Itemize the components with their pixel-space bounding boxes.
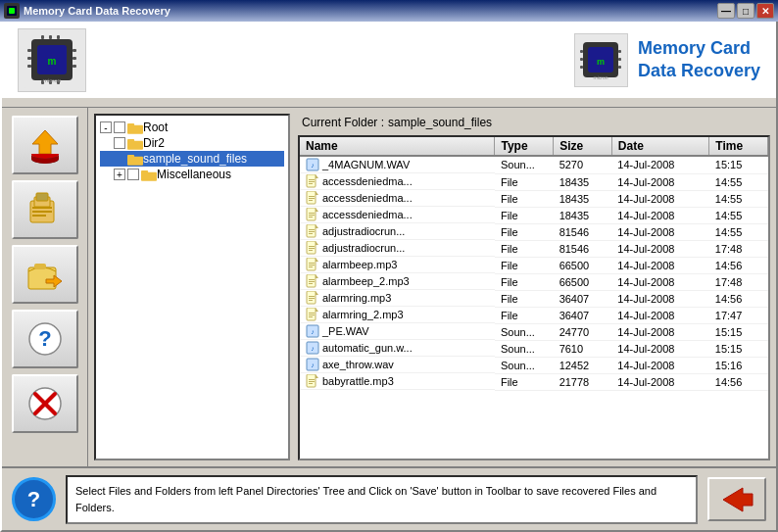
logo-left: m micron [18,28,86,92]
svg-rect-34 [36,193,48,201]
table-header-row: Name Type Size Date Time [300,137,768,156]
table-row[interactable]: babyrattle.mp3File2177814-Jul-200814:56 [300,373,768,390]
tree-item-sample-sound-files[interactable]: sample_sound_files [100,151,284,167]
cell-type: File [495,257,554,273]
table-row[interactable]: alarmring_2.mp3File3640714-Jul-200817:47 [300,307,768,323]
cell-type: File [495,207,554,223]
table-row[interactable]: alarmring.mp3File3640714-Jul-200814:56 [300,290,768,307]
help-button[interactable]: ? [12,310,78,368]
current-folder-label: Current Folder : [302,116,384,129]
col-name[interactable]: Name [300,137,495,156]
file-name: _PE.WAV [322,325,369,337]
tree-item-dir2[interactable]: Dir2 [100,135,284,151]
cell-date: 14-Jul-2008 [611,207,708,223]
table-row[interactable]: alarmbeep.mp3File6650014-Jul-200814:56 [300,257,768,273]
cell-size: 12452 [554,357,612,373]
table-row[interactable]: ♪ automatic_gun.w...Soun...761014-Jul-20… [300,340,768,357]
svg-rect-90 [309,283,313,284]
cell-name: ♪ _PE.WAV [300,323,495,340]
cell-date: 14-Jul-2008 [611,273,708,290]
cell-size: 18435 [554,190,612,207]
tree-item-misc[interactable]: + Miscellaneous [100,167,284,182]
svg-rect-51 [127,155,134,159]
main-content: ? - [2,108,776,466]
recover-button[interactable] [12,180,78,239]
svg-rect-37 [32,215,46,217]
cell-size: 18435 [554,207,612,223]
table-row[interactable]: ♪ _PE.WAVSoun...2477014-Jul-200815:15 [300,323,768,340]
cell-date: 14-Jul-2008 [611,357,708,373]
table-row[interactable]: ♪ axe_throw.wavSoun...1245214-Jul-200815… [300,357,768,373]
status-message: Select Files and Folders from left Panel… [75,483,688,515]
sound-icon: ♪ [306,158,319,171]
back-button[interactable] [707,477,766,521]
folder-button[interactable] [12,245,78,304]
sidebar: ? [2,108,88,466]
col-type[interactable]: Type [495,137,554,156]
cell-size: 66500 [554,257,612,273]
svg-rect-69 [309,215,315,216]
svg-text:?: ? [38,326,51,351]
cell-date: 14-Jul-2008 [611,257,708,273]
table-row[interactable]: accessdeniedma...File1843514-Jul-200814:… [300,173,768,190]
cell-type: File [495,273,554,290]
svg-rect-14 [57,35,60,39]
table-row[interactable]: ♪ _4MAGNUM.WAVSoun...527014-Jul-200815:1… [300,156,768,173]
file-icon [306,174,319,188]
file-name: accessdeniedma... [322,175,413,187]
svg-rect-73 [309,229,315,230]
file-icon [306,291,319,305]
title-bar: Memory Card Data Recovery — □ ✕ [0,0,778,22]
table-row[interactable]: accessdeniedma...File1843514-Jul-200814:… [300,190,768,207]
cell-date: 14-Jul-2008 [611,323,708,340]
svg-rect-39 [34,264,46,269]
cell-size: 7610 [554,340,612,357]
cancel-button[interactable] [12,374,78,433]
cell-size: 66500 [554,273,612,290]
svg-rect-26 [618,50,621,53]
col-size[interactable]: Size [554,137,612,156]
cell-type: Soun... [495,156,554,173]
col-time[interactable]: Time [709,137,768,156]
table-row[interactable]: alarmbeep_2.mp3File6650014-Jul-200817:48 [300,273,768,290]
cell-size: 36407 [554,290,612,307]
cb-misc[interactable] [127,169,139,180]
title-bar-text: Memory Card Data Recovery [24,5,717,17]
table-row[interactable]: adjustradiocrun...File8154614-Jul-200817… [300,240,768,257]
cell-type: File [495,223,554,240]
tree-panel[interactable]: - Root [94,114,290,460]
table-row[interactable]: accessdeniedma...File1843514-Jul-200814:… [300,207,768,223]
title-line1: Memory Card [638,37,760,60]
content-area: - Root [88,108,776,466]
tree-label-dir2: Dir2 [143,136,165,150]
sound-icon: ♪ [306,324,319,338]
cell-name: alarmbeep.mp3 [300,257,495,273]
tree-label-misc: Miscellaneous [157,168,231,181]
file-name: adjustradiocrun... [322,225,405,237]
expand-misc[interactable]: + [114,169,125,180]
cb-root[interactable] [114,121,125,133]
status-text-box: Select Files and Folders from left Panel… [66,475,698,524]
svg-rect-94 [309,298,315,299]
svg-rect-71 [307,224,316,237]
cb-dir2[interactable] [114,137,125,149]
cell-date: 14-Jul-2008 [611,223,708,240]
tree-label-root: Root [143,121,168,134]
file-icon [306,258,319,271]
cell-time: 15:15 [709,323,768,340]
file-name: alarmring.mp3 [322,292,391,304]
save-button[interactable] [12,116,78,174]
col-date[interactable]: Date [611,137,708,156]
cell-name: adjustradiocrun... [300,240,495,257]
maximize-button[interactable]: □ [737,3,754,19]
cell-date: 14-Jul-2008 [611,373,708,390]
tree-item-root[interactable]: - Root [100,120,284,135]
svg-rect-6 [27,49,31,52]
svg-rect-28 [618,66,621,69]
table-row[interactable]: adjustradiocrun...File8154614-Jul-200814… [300,223,768,240]
expand-root[interactable]: - [100,121,112,133]
file-table-container[interactable]: Name Type Size Date Time ♪ _4MAGNUM.WAVS… [298,135,770,460]
minimize-button[interactable]: — [717,3,735,19]
svg-rect-83 [309,263,315,264]
close-button[interactable]: ✕ [756,3,774,19]
